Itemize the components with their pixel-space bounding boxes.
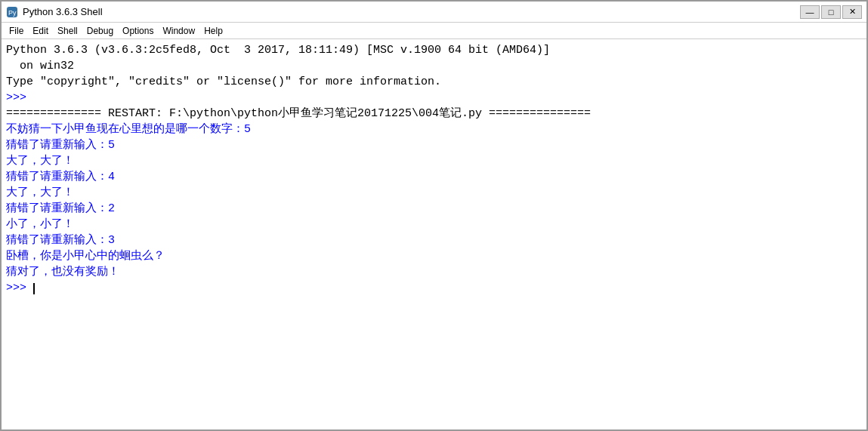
menu-help[interactable]: Help <box>199 25 227 37</box>
python-icon: Py <box>6 6 18 18</box>
menu-edit[interactable]: Edit <box>28 25 53 37</box>
shell-line: 小了，小了！ <box>6 217 862 232</box>
shell-line: 猜错了请重新输入：4 <box>6 169 862 185</box>
shell-line: 大了，大了！ <box>6 185 862 201</box>
svg-text:Py: Py <box>8 9 17 17</box>
shell-line: 猜错了请重新输入：2 <box>6 201 862 217</box>
menu-file[interactable]: File <box>5 25 28 37</box>
shell-output[interactable]: Python 3.6.3 (v3.6.3:2c5fed8, Oct 3 2017… <box>2 39 866 429</box>
shell-line: 卧槽，你是小甲心中的蛔虫么？ <box>6 248 862 264</box>
main-window: Py Python 3.6.3 Shell — □ ✕ File Edit Sh… <box>0 0 868 431</box>
window-title: Python 3.6.3 Shell <box>23 6 103 17</box>
shell-line: on win32 <box>6 58 862 74</box>
window-controls: — □ ✕ <box>800 5 862 19</box>
minimize-button[interactable]: — <box>800 5 820 19</box>
title-bar: Py Python 3.6.3 Shell — □ ✕ <box>2 2 866 23</box>
menu-bar: File Edit Shell Debug Options Window Hel… <box>2 23 866 39</box>
shell-line: 不妨猜一下小甲鱼现在心里想的是哪一个数字：5 <box>6 122 862 137</box>
shell-line: >>> <box>6 280 862 296</box>
shell-line: Type "copyright", "credits" or "license(… <box>6 74 862 90</box>
title-bar-left: Py Python 3.6.3 Shell <box>6 6 103 18</box>
shell-line: >>> <box>6 90 862 106</box>
menu-options[interactable]: Options <box>118 25 158 37</box>
shell-line: 猜错了请重新输入：5 <box>6 137 862 153</box>
shell-line: ============== RESTART: F:\python\python… <box>6 106 862 122</box>
menu-shell[interactable]: Shell <box>53 25 82 37</box>
close-button[interactable]: ✕ <box>842 5 862 19</box>
shell-line: 猜错了请重新输入：3 <box>6 232 862 248</box>
maximize-button[interactable]: □ <box>821 5 841 19</box>
shell-line: 猜对了，也没有奖励！ <box>6 264 862 280</box>
menu-debug[interactable]: Debug <box>82 25 118 37</box>
shell-line: Python 3.6.3 (v3.6.3:2c5fed8, Oct 3 2017… <box>6 42 862 58</box>
menu-window[interactable]: Window <box>158 25 199 37</box>
text-cursor <box>33 283 35 294</box>
shell-line: 大了，大了！ <box>6 153 862 169</box>
